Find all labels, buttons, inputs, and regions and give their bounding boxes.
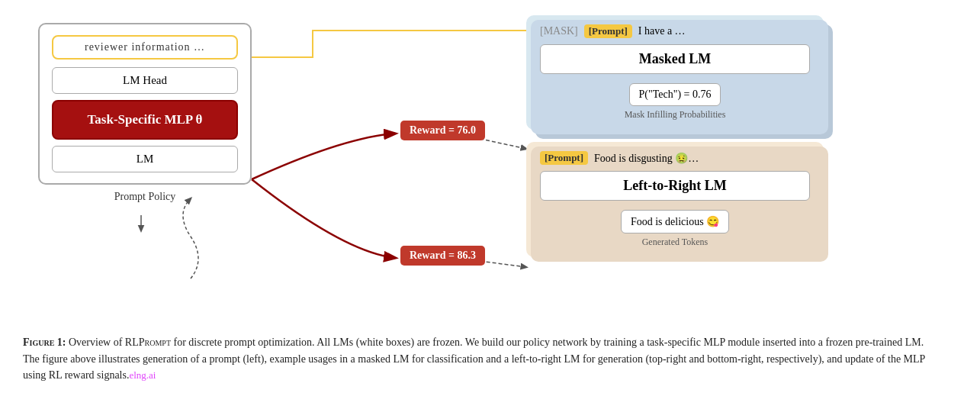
masked-lm-title: Masked LM bbox=[540, 44, 810, 74]
caption-body: Overview of RLPrompt for discrete prompt… bbox=[23, 337, 925, 381]
generated-tokens-box: Food is delicious 😋 bbox=[621, 210, 729, 233]
prompt-policy-container: reviewer information … LM Head Task-Spec… bbox=[38, 23, 252, 203]
prompt-policy-outer: reviewer information … LM Head Task-Spec… bbox=[38, 23, 252, 185]
right-panels: [MASK] [Prompt] I have a … Masked LM P("… bbox=[526, 15, 824, 257]
lm-box: LM bbox=[52, 146, 238, 172]
ltr-lm-top-row: [Prompt] Food is disgusting 🤢… bbox=[540, 151, 810, 165]
ltr-lm-title: Left-to-Right LM bbox=[540, 171, 810, 201]
masked-lm-top-row: [MASK] [Prompt] I have a … bbox=[540, 24, 810, 38]
mask-token: [MASK] bbox=[540, 25, 578, 37]
watermark: elng.ai bbox=[129, 369, 156, 381]
food-disgusting-text: Food is disgusting 🤢… bbox=[594, 152, 699, 165]
masked-lm-panel: [MASK] [Prompt] I have a … Masked LM P("… bbox=[526, 15, 824, 130]
mlp-box: Task-Specific MLP θ bbox=[52, 100, 238, 140]
prob-box: P("Tech") = 0.76 bbox=[629, 83, 721, 106]
figure-label: Figure 1: bbox=[23, 337, 66, 348]
masked-lm-top-text: I have a … bbox=[638, 25, 686, 37]
generated-label: Generated Tokens bbox=[540, 237, 810, 248]
mask-infill-label: Mask Infilling Probabilities bbox=[540, 109, 810, 121]
prompt-policy-label: Prompt Policy bbox=[38, 191, 252, 203]
lm-head-box: LM Head bbox=[52, 67, 238, 94]
diagram-area: reviewer information … LM Head Task-Spec… bbox=[23, 15, 957, 320]
reward-76-badge: Reward = 76.0 bbox=[400, 121, 485, 140]
ltr-prompt-badge: [Prompt] bbox=[540, 151, 588, 165]
caption-text: Figure 1: Overview of RLPrompt for discr… bbox=[23, 337, 925, 381]
rlprompt-name: Prompt bbox=[139, 337, 171, 348]
figure-caption: Figure 1: Overview of RLPrompt for discr… bbox=[23, 334, 938, 384]
masked-prompt-badge: [Prompt] bbox=[584, 24, 632, 38]
ltr-lm-panel: [Prompt] Food is disgusting 🤢… Left-to-R… bbox=[526, 142, 824, 257]
prompt-tokens-box: reviewer information … bbox=[52, 35, 238, 60]
reward-86-badge: Reward = 86.3 bbox=[400, 246, 485, 266]
